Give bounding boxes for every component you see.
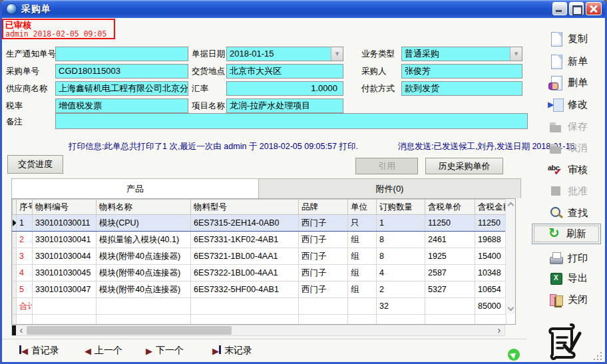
column-header[interactable]: 物料名称 <box>97 200 191 215</box>
table-row[interactable]: 4330101030045模块(附带40点连接器)6ES7322-1BL00-4… <box>13 265 506 281</box>
nav-label: 下一个 <box>156 345 184 357</box>
column-header[interactable]: 含税单价 <box>425 200 475 215</box>
column-header[interactable]: 物料型号 <box>191 200 299 215</box>
hscroll-thumb[interactable] <box>27 326 232 335</box>
field-label: 汇率 <box>192 83 208 94</box>
table-row[interactable]: 2330101030041模拟量输入模块(40.1)6ES7331-1KF02-… <box>13 232 506 248</box>
column-header[interactable]: 订购数量 <box>377 200 425 215</box>
refresh-button[interactable]: 刷新 <box>532 224 601 244</box>
minimize-button[interactable] <box>552 2 567 15</box>
scroll-right-icon[interactable]: › <box>494 325 505 335</box>
table-cell: 西门子 <box>299 281 348 298</box>
first-record-button[interactable]: ◀首记录 <box>19 345 59 357</box>
tab-attachment[interactable]: 附件(0) <box>259 179 520 198</box>
tax-rate-field[interactable]: 增值税发票 <box>55 98 188 113</box>
production-notice-field[interactable] <box>55 47 188 61</box>
table-cell: 6ES7315-2EH14-0AB0 <box>191 215 299 232</box>
purchase-order-no-field[interactable]: CGD180115003 <box>55 64 188 79</box>
sync-status-icon <box>508 349 520 361</box>
modify-button[interactable]: 修改 <box>536 95 600 114</box>
table-cell: 4 <box>17 265 33 281</box>
table-cell: 6ES7331-1KF02-4AB1 <box>191 232 299 248</box>
scroll-up-icon[interactable] <box>508 202 514 209</box>
sidebar-button-label: 删单 <box>568 77 588 89</box>
print-button[interactable]: 打印 <box>536 249 600 268</box>
sidebar-button-label: 导出 <box>568 272 588 285</box>
document-date-dropdown[interactable]: 2018-01-15 <box>226 47 343 61</box>
table-cell: 5 <box>17 281 33 298</box>
supplier-name-field[interactable]: 上海鑫锖机电工程有限公司北京分公司 <box>55 81 188 96</box>
horizontal-scrollbar[interactable]: ‹ › <box>11 325 505 336</box>
vertical-scrollbar[interactable] <box>505 199 515 314</box>
table-row[interactable]: 1330101030011模块(CPU)6ES7315-2EH14-0AB0西门… <box>13 215 506 232</box>
table-cell: 2587 <box>425 265 475 281</box>
field-value: 增值税发票 <box>59 100 102 110</box>
tab-product[interactable]: 产品 <box>12 179 259 198</box>
table-cell: 只 <box>348 215 377 232</box>
business-type-dropdown[interactable]: 普通采购 <box>401 47 522 61</box>
purchase-order-window: 采购单 已审核 admin 2018-02-05 09:05 生产通知单号 采购… <box>0 0 607 364</box>
print-info-text: 打印信息:此单总共打印了1 次,最近一次由 admin 于 2018-02-05… <box>69 141 358 152</box>
copy-button[interactable]: 复制 <box>536 29 600 48</box>
close-icon <box>548 292 564 307</box>
close-button[interactable]: 关闭 <box>536 290 600 309</box>
field-label: 税率 <box>6 100 23 112</box>
audit-status-text: 已审核 <box>5 21 112 29</box>
field-value: 款到发货 <box>405 83 439 93</box>
delete-icon <box>548 75 564 91</box>
sidebar-button-label: 刷新 <box>566 228 586 240</box>
table-cell: 2461 <box>425 232 475 248</box>
delivery-progress-button[interactable]: 交货进度 <box>7 155 63 174</box>
column-header[interactable]: 含税金额 <box>475 200 506 215</box>
delivery-place-field[interactable]: 北京市大兴区 <box>226 64 343 79</box>
next-record-button[interactable]: ▶下一个 <box>146 345 184 357</box>
items-table: 序号物料编号物料名称物料型号品牌单位订购数量含税单价含税金额1330101030… <box>12 199 506 325</box>
refresh-icon <box>546 226 563 242</box>
total-row: 合计3285000 <box>13 298 506 315</box>
prev-record-icon: ◀ <box>85 345 91 356</box>
nav-label: 上一个 <box>95 345 122 357</box>
payment-method-field[interactable]: 款到发货 <box>401 81 522 96</box>
approve-icon <box>548 184 564 199</box>
cancel-icon <box>548 140 564 156</box>
purchaser-field[interactable]: 张俊芳 <box>401 64 522 79</box>
column-header[interactable]: 单位 <box>348 200 377 215</box>
prev-record-button[interactable]: ◀上一个 <box>85 345 122 357</box>
field-label: 生产通知单号 <box>6 49 56 60</box>
delete-button[interactable]: 删单 <box>536 73 600 92</box>
sidebar-button-label: 新单 <box>568 55 588 68</box>
new-button[interactable]: 新单 <box>536 52 600 71</box>
table-row[interactable]: 3330101030044模块(附带40点连接器)6ES7321-1BL00-4… <box>13 248 506 265</box>
export-button[interactable]: 导出 <box>536 269 600 287</box>
table-cell: 3 <box>17 248 33 265</box>
save-button: 保存 <box>536 117 600 136</box>
table-cell: 组 <box>348 232 377 248</box>
table-cell: 西门子 <box>299 215 348 232</box>
audit-button[interactable]: 审核 <box>536 160 600 179</box>
titlebar[interactable]: 采购单 <box>0 0 607 18</box>
history-purchase-price-button[interactable]: 历史采购单价 <box>425 158 503 174</box>
column-header[interactable]: 序号 <box>17 200 33 215</box>
table-row[interactable]: 5330101030047模块(附带40点连接器)6ES7332-5HF00-4… <box>13 281 506 298</box>
column-header[interactable]: 物料编号 <box>33 200 97 215</box>
maximize-button[interactable] <box>569 2 584 15</box>
resize-grip[interactable] <box>593 351 602 360</box>
field-label: 采购人 <box>361 66 387 77</box>
exchange-rate-field[interactable]: 1.0000 <box>226 81 343 96</box>
scroll-down-icon[interactable] <box>508 305 514 311</box>
last-record-button[interactable]: ▶末记录 <box>212 345 252 357</box>
column-header[interactable]: 品牌 <box>299 200 348 215</box>
project-name-field[interactable]: 龙润-拉萨水处理项目 <box>226 98 343 113</box>
field-value: 1.0000 <box>311 83 337 93</box>
field-value: 北京市大兴区 <box>230 66 282 76</box>
field-label: 交货地点 <box>192 66 225 77</box>
search-button[interactable]: 查找 <box>536 204 600 222</box>
close-window-button[interactable] <box>586 2 602 15</box>
record-navbar: ◀首记录◀上一个▶下一个▶末记录 <box>2 339 526 362</box>
remark-field[interactable] <box>55 113 528 129</box>
table-cell: 330101030047 <box>33 281 97 298</box>
scroll-left-icon[interactable]: ‹ <box>16 325 27 335</box>
field-label: 备注 <box>6 116 23 128</box>
save-icon <box>548 119 564 134</box>
app-logo-icon <box>542 321 584 361</box>
